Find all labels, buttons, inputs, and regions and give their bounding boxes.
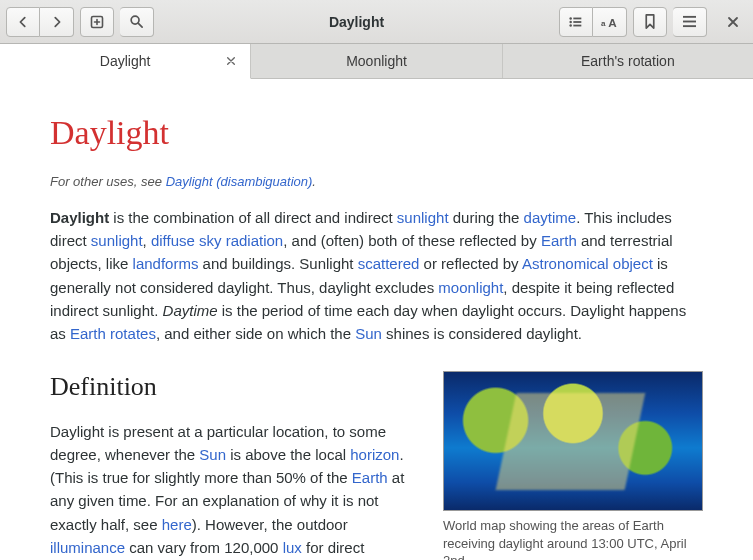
new-tab-button[interactable] xyxy=(80,7,114,37)
new-tab-icon xyxy=(89,14,105,30)
tab-label: Moonlight xyxy=(346,53,407,69)
svg-rect-12 xyxy=(683,25,696,27)
svg-point-4 xyxy=(569,20,571,22)
page-title: Daylight xyxy=(50,107,703,160)
hatnote-text: For other uses, see xyxy=(50,174,166,189)
tab-daylight[interactable]: Daylight xyxy=(0,44,251,79)
hamburger-icon xyxy=(682,15,697,28)
window-title: Daylight xyxy=(160,14,553,30)
link-moonlight[interactable]: moonlight xyxy=(438,279,503,296)
link-disambiguation[interactable]: Daylight (disambiguation) xyxy=(166,174,313,189)
svg-rect-7 xyxy=(573,24,581,26)
svg-rect-5 xyxy=(573,21,581,23)
link-astronomical-object[interactable]: Astronomical object xyxy=(522,255,653,272)
link-sun-2[interactable]: Sun xyxy=(199,446,226,463)
link-illuminance[interactable]: illuminance xyxy=(50,539,125,556)
chevron-right-icon xyxy=(50,15,64,29)
forward-button[interactable] xyxy=(40,7,74,37)
bookmark-button[interactable] xyxy=(633,7,667,37)
link-sun[interactable]: Sun xyxy=(355,325,382,342)
link-lux[interactable]: lux xyxy=(283,539,302,556)
svg-rect-11 xyxy=(683,21,696,23)
show-contents-button[interactable] xyxy=(559,7,593,37)
italic-daytime: Daytime xyxy=(163,302,218,319)
link-scattered[interactable]: scattered xyxy=(358,255,420,272)
svg-rect-3 xyxy=(573,17,581,19)
svg-point-6 xyxy=(569,24,571,26)
link-earth-2[interactable]: Earth xyxy=(352,469,388,486)
close-icon xyxy=(226,56,236,66)
tab-earths-rotation[interactable]: Earth's rotation xyxy=(503,44,753,78)
svg-text:a: a xyxy=(601,19,606,28)
close-icon xyxy=(727,16,739,28)
view-group: a A xyxy=(559,7,627,37)
link-sunlight-2[interactable]: sunlight xyxy=(91,232,143,249)
nav-group xyxy=(6,7,74,37)
lead-paragraph: Daylight is the combination of all direc… xyxy=(50,206,703,346)
text-size-icon: a A xyxy=(601,15,619,29)
window-close-button[interactable] xyxy=(719,8,747,36)
world-map-image xyxy=(443,371,703,511)
link-sunlight[interactable]: sunlight xyxy=(397,209,449,226)
figure-caption: World map showing the areas of Earth rec… xyxy=(443,517,703,560)
svg-rect-10 xyxy=(683,16,696,18)
hatnote-suffix: . xyxy=(312,174,316,189)
tab-moonlight[interactable]: Moonlight xyxy=(251,44,502,78)
tab-label: Earth's rotation xyxy=(581,53,675,69)
link-earth-rotates[interactable]: Earth rotates xyxy=(70,325,156,342)
bold-daylight: Daylight xyxy=(50,209,109,226)
article: Daylight For other uses, see Daylight (d… xyxy=(0,79,753,560)
search-icon xyxy=(129,14,144,29)
tab-bar: Daylight Moonlight Earth's rotation xyxy=(0,44,753,79)
text-settings-button[interactable]: a A xyxy=(593,7,627,37)
menu-button[interactable] xyxy=(673,7,707,37)
link-horizon[interactable]: horizon xyxy=(350,446,399,463)
content-scroll[interactable]: Daylight For other uses, see Daylight (d… xyxy=(0,79,753,560)
chevron-left-icon xyxy=(16,15,30,29)
link-diffuse-sky-radiation[interactable]: diffuse sky radiation xyxy=(151,232,283,249)
figure-world-map: World map showing the areas of Earth rec… xyxy=(443,371,703,560)
link-landforms[interactable]: landforms xyxy=(133,255,199,272)
hatnote: For other uses, see Daylight (disambigua… xyxy=(50,172,703,192)
contents-icon xyxy=(568,15,584,29)
search-button[interactable] xyxy=(120,7,154,37)
tab-label: Daylight xyxy=(100,53,151,69)
headerbar: Daylight a A xyxy=(0,0,753,44)
link-here[interactable]: here xyxy=(162,516,192,533)
link-daytime[interactable]: daytime xyxy=(524,209,577,226)
svg-point-2 xyxy=(569,17,571,19)
link-earth[interactable]: Earth xyxy=(541,232,577,249)
tab-close-button[interactable] xyxy=(222,52,240,70)
svg-text:A: A xyxy=(608,15,617,28)
bookmark-icon xyxy=(644,14,656,29)
back-button[interactable] xyxy=(6,7,40,37)
